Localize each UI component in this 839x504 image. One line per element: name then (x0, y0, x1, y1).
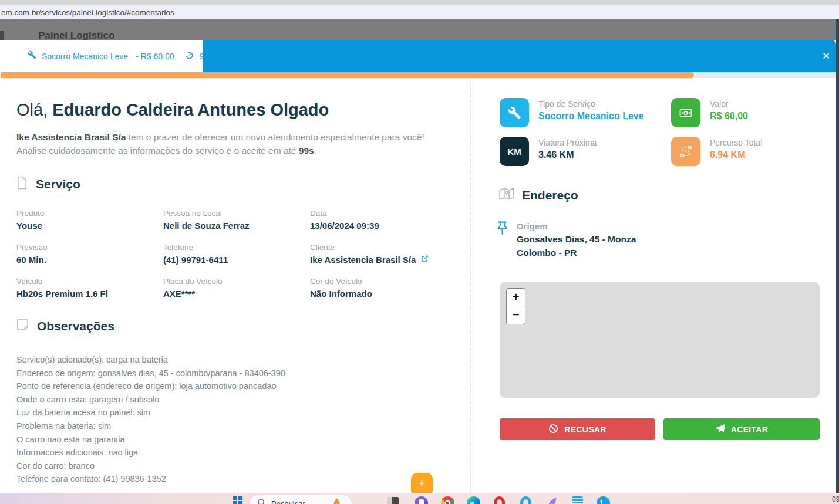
external-link-icon[interactable] (420, 255, 429, 265)
wrench-icon (28, 50, 36, 62)
close-icon[interactable]: × (818, 48, 834, 63)
column-divider (470, 82, 471, 493)
observations-section-heading: Observações (16, 319, 114, 333)
observation-line: Endereco de origem: gonsalves dias, 45 -… (16, 367, 285, 380)
field-previsao: Previsão 60 Min. (16, 243, 48, 265)
card-tipo-de-servico: Tipo de Serviço Socorro Mecanico Leve (500, 98, 644, 127)
observation-line: Luz da bateria acesa no painel: sim (16, 406, 285, 420)
screenshare-app-icon[interactable] (386, 496, 400, 504)
quill-icon[interactable] (544, 496, 558, 504)
customer-name: Eduardo Caldeira Antunes Olgado (52, 100, 329, 119)
file-icon (16, 176, 28, 192)
flame-icon (333, 498, 341, 504)
map-zoom-out-button[interactable]: − (506, 306, 525, 324)
field-veiculo: Veículo Hb20s Premium 1.6 Fl (16, 277, 108, 299)
opera-icon[interactable] (492, 496, 506, 504)
field-produto: Produto Youse (16, 209, 44, 231)
origin-address-line2: Colombo - PR (517, 248, 577, 258)
url-text: em.com.br/servicos/painel-logistico/#com… (0, 8, 174, 17)
card-valor: Valor R$ 60,00 (671, 98, 748, 127)
km-icon: KM (500, 137, 529, 166)
notes-app-icon[interactable] (570, 496, 584, 504)
observation-line: Informacoes adicionais: nao liga (16, 446, 285, 459)
browser-top-strip (0, 0, 839, 5)
background-page-fragment (0, 31, 4, 40)
observation-line: O carro nao esta na garantia (16, 433, 285, 447)
address-section-heading: Endereço (498, 187, 578, 204)
taskbar-clock: 09 (832, 495, 839, 503)
note-icon (16, 319, 29, 333)
observation-line: Cor do carro: branco (16, 459, 285, 473)
header-price: - R$ 60,00 (136, 52, 174, 61)
opera-outline-icon[interactable] (518, 496, 533, 504)
countdown-progress-fill (1, 72, 694, 78)
route-icon (671, 137, 700, 166)
field-data: Data 13/06/2024 09:39 (310, 209, 379, 231)
observations-list: Servico(s) acionado(s): carga na bateria… (16, 353, 285, 486)
service-section-heading: Serviço (16, 176, 80, 192)
card-viatura-proxima: KM Viatura Próxima 3.46 KM (500, 137, 597, 166)
observation-line: Onde o carro esta: garagem / subsolo (16, 393, 285, 407)
observation-line: Problema na bateria: sim (16, 420, 285, 433)
send-icon (715, 424, 725, 435)
refuse-button[interactable]: RECUSAR (500, 418, 655, 440)
ban-icon (548, 424, 558, 435)
accept-button[interactable]: ACEITAR (663, 418, 820, 440)
greeting-title: Olá, Eduardo Caldeira Antunes Olgado (16, 100, 329, 120)
modal-header-left: Socorro Mecanico Leve - R$ 60,00 99s (1, 40, 203, 72)
windows-start-icon[interactable] (233, 496, 242, 504)
background-page-title: Painel Logístico (38, 30, 114, 40)
purple-app-icon[interactable] (414, 496, 428, 504)
map-zoom-control: + − (506, 288, 525, 324)
chrome-icon[interactable] (440, 496, 454, 504)
timer-icon (185, 50, 194, 62)
map-canvas[interactable]: + − (500, 282, 820, 398)
field-cor-veiculo: Cor do Veículo Não Informado (310, 277, 372, 299)
money-icon (671, 98, 700, 127)
observation-line: Ponto de referencia (endereco de origem)… (16, 380, 285, 393)
wrench-icon (500, 98, 529, 127)
observation-line: Servico(s) acionado(s): carga na bateria (16, 353, 285, 367)
edge-icon[interactable] (466, 496, 480, 504)
phone-app-icon[interactable] (596, 496, 610, 504)
countdown-progress-track (1, 72, 836, 78)
screen: em.com.br/servicos/painel-logistico/#com… (0, 0, 839, 504)
intro-paragraph: Ike Assistencia Brasil S/a tem o prazer … (16, 130, 447, 157)
header-service-name: Socorro Mecanico Leve (42, 52, 128, 61)
taskbar-search-input[interactable]: Pesquisar (249, 495, 352, 504)
observation-line: Telefone para contato: (41) 99836-1352 (16, 472, 285, 486)
map-zoom-in-button[interactable]: + (506, 288, 525, 306)
page-overlay: Painel Logístico (0, 19, 839, 40)
field-pessoa-no-local: Pessoa no Local Neli de Souza Ferraz (163, 209, 250, 231)
map-icon (498, 187, 515, 204)
field-placa: Placa do Veículo AXE**** (163, 277, 223, 299)
origin-label: Origem (517, 221, 548, 231)
origin-address-line1: Gonsalves Dias, 45 - Monza (517, 234, 636, 245)
field-telefone: Telefone (41) 99791-6411 (163, 243, 228, 265)
browser-address-bar[interactable]: em.com.br/servicos/painel-logistico/#com… (0, 5, 839, 20)
field-cliente: Cliente Ike Assistencia Brasil S/a (310, 243, 429, 265)
pushpin-icon (496, 221, 508, 239)
card-percurso-total: Percurso Total 6.94 KM (671, 137, 762, 166)
modal-header-bar (203, 40, 836, 72)
search-icon (257, 498, 266, 504)
background-page-edge (836, 19, 839, 493)
windows-taskbar: Pesquisar 09 (0, 493, 839, 504)
